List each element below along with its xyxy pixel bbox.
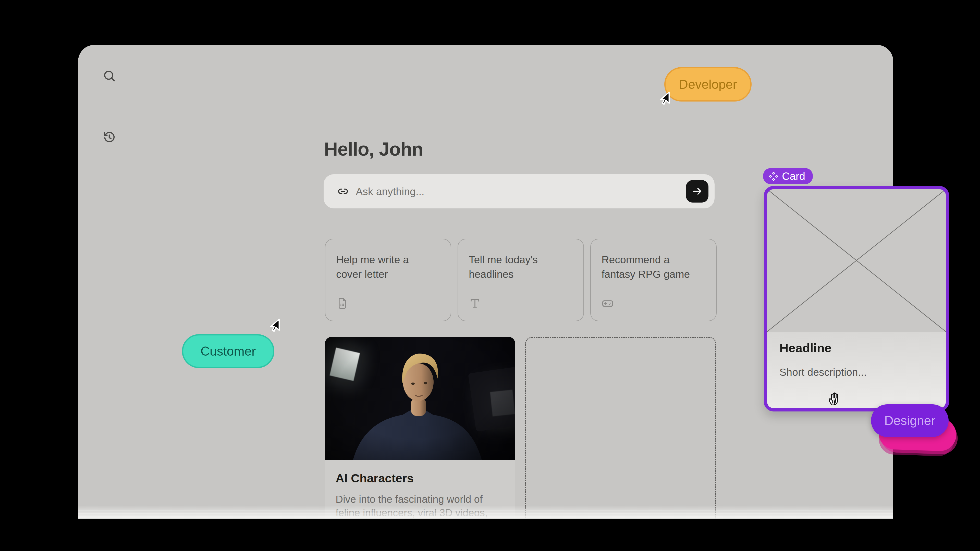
suggestion-label: Recommend a fantasy RPG game: [601, 252, 701, 282]
drop-placeholder[interactable]: [525, 337, 716, 519]
collaborator-label: Developer: [679, 77, 737, 92]
submit-button[interactable]: [686, 180, 708, 203]
customer-cursor-icon: [264, 318, 280, 333]
suggestion-label: Tell me today's headlines: [469, 252, 568, 282]
link-icon: [338, 186, 348, 197]
ask-anything-bar: [324, 174, 714, 208]
page-title: Hello, John: [324, 138, 423, 160]
developer-cursor-icon: [654, 91, 670, 106]
collaborator-pill-developer: Developer: [664, 67, 752, 102]
collaborator-pill-customer: Customer: [182, 334, 274, 368]
suggestion-card-cover-letter[interactable]: Help me write a cover letter: [325, 239, 451, 321]
suggestion-card-rpg-game[interactable]: Recommend a fantasy RPG game: [590, 239, 717, 321]
component-card[interactable]: Headline Short description...: [764, 186, 949, 411]
component-badge-label: Card: [782, 170, 805, 183]
suggestion-label: Help me write a cover letter: [336, 252, 436, 282]
gamepad-icon: [601, 297, 614, 310]
content-card-ai-characters[interactable]: AI Characters Dive into the fascinating …: [325, 337, 515, 519]
collaborator-label: Designer: [884, 413, 935, 428]
component-headline: Headline: [780, 341, 832, 355]
search-icon[interactable]: [103, 69, 116, 83]
suggestion-card-headlines[interactable]: Tell me today's headlines: [458, 239, 584, 321]
content-card-image: [325, 337, 515, 460]
component-icon: [769, 171, 778, 181]
component-badge: Card: [763, 168, 813, 184]
grab-hand-cursor-icon: [828, 390, 841, 406]
arrow-right-icon: [692, 186, 703, 197]
collaborator-pill-designer: Designer: [871, 404, 948, 437]
ask-input[interactable]: [355, 174, 673, 209]
collaborator-label: Customer: [200, 344, 256, 359]
document-icon: [336, 297, 348, 310]
text-icon: [469, 297, 481, 310]
content-card-title: AI Characters: [336, 471, 414, 485]
sidebar-divider: [138, 45, 138, 519]
history-icon[interactable]: [103, 130, 116, 144]
window-bottom-fade: [78, 505, 893, 519]
image-placeholder: [767, 189, 946, 332]
component-description: Short description...: [780, 366, 867, 378]
component-card-body: Headline Short description...: [767, 332, 946, 408]
